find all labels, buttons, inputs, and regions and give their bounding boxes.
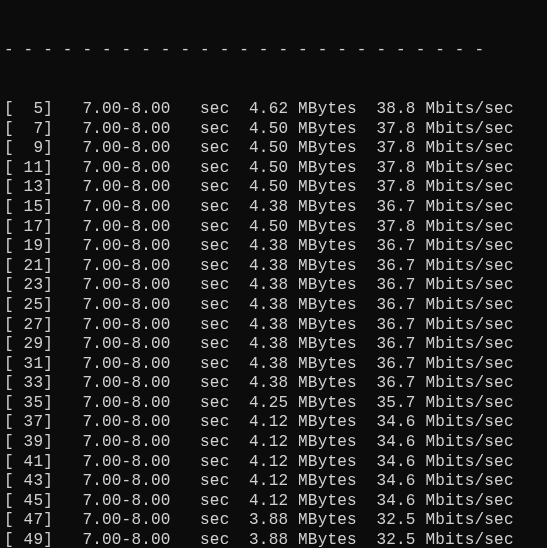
table-row: [ 27] 7.00-8.00 sec 4.38 MBytes 36.7 Mbi… <box>4 316 547 336</box>
table-row: [ 37] 7.00-8.00 sec 4.12 MBytes 34.6 Mbi… <box>4 413 547 433</box>
table-row: [ 9] 7.00-8.00 sec 4.50 MBytes 37.8 Mbit… <box>4 139 547 159</box>
table-row: [ 29] 7.00-8.00 sec 4.38 MBytes 36.7 Mbi… <box>4 335 547 355</box>
separator-line: - - - - - - - - - - - - - - - - - - - - … <box>4 41 547 61</box>
table-row: [ 15] 7.00-8.00 sec 4.38 MBytes 36.7 Mbi… <box>4 198 547 218</box>
table-row: [ 39] 7.00-8.00 sec 4.12 MBytes 34.6 Mbi… <box>4 433 547 453</box>
table-row: [ 13] 7.00-8.00 sec 4.50 MBytes 37.8 Mbi… <box>4 178 547 198</box>
table-row: [ 7] 7.00-8.00 sec 4.50 MBytes 37.8 Mbit… <box>4 120 547 140</box>
table-row: [ 47] 7.00-8.00 sec 3.88 MBytes 32.5 Mbi… <box>4 511 547 531</box>
table-row: [ 31] 7.00-8.00 sec 4.38 MBytes 36.7 Mbi… <box>4 355 547 375</box>
table-row: [ 23] 7.00-8.00 sec 4.38 MBytes 36.7 Mbi… <box>4 276 547 296</box>
table-row: [ 45] 7.00-8.00 sec 4.12 MBytes 34.6 Mbi… <box>4 492 547 512</box>
table-row: [ 5] 7.00-8.00 sec 4.62 MBytes 38.8 Mbit… <box>4 100 547 120</box>
table-row: [ 17] 7.00-8.00 sec 4.50 MBytes 37.8 Mbi… <box>4 218 547 238</box>
terminal-output: - - - - - - - - - - - - - - - - - - - - … <box>0 0 547 548</box>
table-row: [ 35] 7.00-8.00 sec 4.25 MBytes 35.7 Mbi… <box>4 394 547 414</box>
table-row: [ 21] 7.00-8.00 sec 4.38 MBytes 36.7 Mbi… <box>4 257 547 277</box>
table-row: [ 33] 7.00-8.00 sec 4.38 MBytes 36.7 Mbi… <box>4 374 547 394</box>
table-row: [ 19] 7.00-8.00 sec 4.38 MBytes 36.7 Mbi… <box>4 237 547 257</box>
table-row: [ 43] 7.00-8.00 sec 4.12 MBytes 34.6 Mbi… <box>4 472 547 492</box>
table-row: [ 41] 7.00-8.00 sec 4.12 MBytes 34.6 Mbi… <box>4 453 547 473</box>
table-row: [ 11] 7.00-8.00 sec 4.50 MBytes 37.8 Mbi… <box>4 159 547 179</box>
table-row: [ 49] 7.00-8.00 sec 3.88 MBytes 32.5 Mbi… <box>4 531 547 548</box>
table-row: [ 25] 7.00-8.00 sec 4.38 MBytes 36.7 Mbi… <box>4 296 547 316</box>
